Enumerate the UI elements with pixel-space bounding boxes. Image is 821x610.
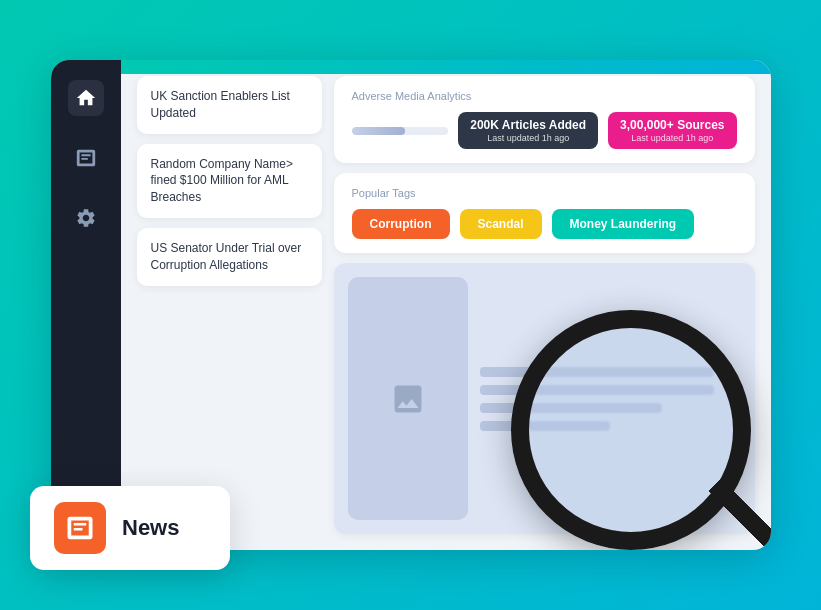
news-tooltip-icon bbox=[54, 502, 106, 554]
news-list: UK Sanction Enablers List Updated Random… bbox=[137, 76, 322, 534]
news-card-3[interactable]: US Senator Under Trial over Corruption A… bbox=[137, 228, 322, 286]
news-tooltip-label: News bbox=[122, 515, 179, 541]
article-preview-card bbox=[334, 263, 755, 534]
news-card-2[interactable]: Random Company Name> fined $100 Million … bbox=[137, 144, 322, 218]
app-window: UK Sanction Enablers List Updated Random… bbox=[51, 60, 771, 550]
sidebar bbox=[51, 60, 121, 550]
sidebar-settings-icon[interactable] bbox=[68, 200, 104, 236]
top-bar bbox=[121, 60, 771, 74]
badge-articles-main: 200K Articles Added bbox=[470, 118, 586, 132]
analytics-card: Adverse Media Analytics 200K Articles Ad… bbox=[334, 76, 755, 163]
article-line-2 bbox=[480, 385, 715, 395]
tags-title: Popular Tags bbox=[352, 187, 737, 199]
progress-bar-wrap bbox=[352, 127, 449, 135]
news-tooltip: News bbox=[30, 486, 230, 570]
tag-money-laundering[interactable]: Money Laundering bbox=[552, 209, 695, 239]
sidebar-home-icon[interactable] bbox=[68, 80, 104, 116]
main-content: UK Sanction Enablers List Updated Random… bbox=[121, 60, 771, 550]
stat-badge-sources: 3,00,000+ Sources Last updated 1h ago bbox=[608, 112, 736, 149]
news-card-1[interactable]: UK Sanction Enablers List Updated bbox=[137, 76, 322, 134]
article-line-1 bbox=[480, 367, 715, 377]
article-line-3 bbox=[480, 403, 663, 413]
sidebar-news-icon[interactable] bbox=[68, 140, 104, 176]
article-image-placeholder bbox=[348, 277, 468, 520]
badge-articles-sub: Last updated 1h ago bbox=[470, 133, 586, 143]
tags-row: Corruption Scandal Money Laundering bbox=[352, 209, 737, 239]
badge-sources-sub: Last updated 1h ago bbox=[620, 133, 724, 143]
tags-card: Popular Tags Corruption Scandal Money La… bbox=[334, 173, 755, 253]
tag-corruption[interactable]: Corruption bbox=[352, 209, 450, 239]
article-line-4 bbox=[480, 421, 611, 431]
analytics-header: 200K Articles Added Last updated 1h ago … bbox=[352, 112, 737, 149]
right-panel: Adverse Media Analytics 200K Articles Ad… bbox=[334, 76, 755, 534]
article-text-lines bbox=[480, 277, 741, 520]
tag-scandal[interactable]: Scandal bbox=[460, 209, 542, 239]
analytics-title: Adverse Media Analytics bbox=[352, 90, 737, 102]
progress-bar-fill bbox=[352, 127, 405, 135]
badge-sources-main: 3,00,000+ Sources bbox=[620, 118, 724, 132]
stat-badge-articles: 200K Articles Added Last updated 1h ago bbox=[458, 112, 598, 149]
